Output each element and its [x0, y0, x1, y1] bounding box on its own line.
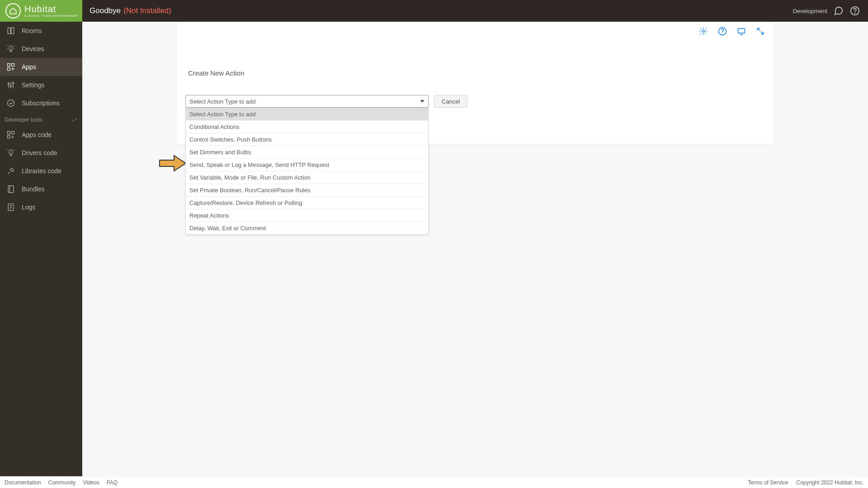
select-dropdown: Select Action Type to add Conditional Ac…: [185, 108, 429, 235]
svg-point-9: [10, 85, 11, 87]
drivers-code-icon: [6, 148, 15, 157]
check-circle-icon: [6, 99, 15, 108]
action-type-select[interactable]: Select Action Type to add Select Action …: [185, 95, 429, 108]
sidebar-item-rooms[interactable]: Rooms: [0, 22, 82, 40]
sidebar-item-label: Devices: [22, 45, 44, 52]
dev-tools-header[interactable]: Developer tools: [0, 112, 82, 126]
sidebar-item-label: Settings: [22, 81, 45, 89]
sidebar-item-label: Bundles: [22, 185, 45, 193]
chevron-down-icon: [420, 100, 425, 103]
svg-point-18: [703, 30, 705, 33]
svg-point-8: [8, 83, 9, 85]
select-option[interactable]: Set Private Boolean, Run/Cancel/Pause Ru…: [186, 184, 428, 197]
help-circle-icon[interactable]: [718, 27, 727, 37]
sidebar-item-label: Apps: [22, 63, 36, 71]
logs-icon: [6, 203, 15, 212]
help-icon[interactable]: [850, 6, 860, 16]
svg-point-15: [9, 150, 13, 154]
sidebar-item-label: Logs: [22, 204, 35, 211]
svg-point-1: [855, 13, 855, 14]
card: Create New Action Select Action Type to …: [177, 22, 774, 144]
svg-point-4: [9, 46, 13, 50]
sidebar-item-bundles[interactable]: Bundles: [0, 180, 82, 198]
cancel-button[interactable]: Cancel: [434, 95, 467, 108]
expand-icon[interactable]: [756, 27, 765, 37]
sidebar-item-libraries-code[interactable]: Libraries code: [0, 162, 82, 180]
rooms-icon: [6, 26, 15, 35]
sidebar-item-label: Rooms: [22, 27, 42, 34]
sidebar-item-settings[interactable]: Settings: [0, 76, 82, 94]
svg-rect-6: [12, 64, 14, 66]
svg-rect-21: [738, 28, 745, 33]
svg-rect-5: [8, 64, 10, 66]
bundles-icon: [6, 185, 15, 194]
page-title: Goodbye (Not Installed): [82, 6, 171, 15]
section-heading: Create New Action: [188, 69, 765, 77]
logo-text: Hubitat ELEVATE YOUR ENVIRONMENT: [24, 5, 79, 17]
sidebar-item-label: Subscriptions: [22, 99, 60, 107]
bulb-icon: [6, 44, 15, 53]
topbar-right: Development: [793, 6, 868, 16]
sliders-icon: [6, 81, 15, 90]
svg-rect-2: [8, 28, 10, 33]
footer-terms[interactable]: Terms of Service: [748, 479, 788, 486]
topbar: Hubitat ELEVATE YOUR ENVIRONMENT Goodbye…: [0, 0, 868, 22]
select-option[interactable]: Set Variable, Mode or File, Run Custom A…: [186, 171, 428, 184]
select-option[interactable]: Capture/Restore, Device Refresh or Polli…: [186, 197, 428, 209]
svg-rect-7: [8, 68, 10, 71]
svg-rect-13: [12, 132, 14, 134]
sidebar-item-apps-code[interactable]: Apps code: [0, 126, 82, 144]
svg-rect-12: [8, 132, 10, 134]
footer-link-documentation[interactable]: Documentation: [5, 479, 41, 486]
tools-icon: [6, 166, 15, 175]
footer: Documentation Community Videos FAQ Terms…: [0, 476, 868, 488]
install-status: (Not Installed): [123, 6, 171, 15]
sidebar-item-label: Libraries code: [22, 167, 61, 175]
svg-rect-14: [8, 136, 10, 138]
svg-rect-16: [8, 186, 14, 193]
page-title-text: Goodbye: [90, 6, 121, 15]
select-option[interactable]: Delay, Wait, Exit or Comment: [186, 222, 428, 234]
sidebar-item-subscriptions[interactable]: Subscriptions: [0, 94, 82, 112]
svg-rect-3: [11, 28, 14, 33]
screen-icon[interactable]: [737, 27, 746, 37]
select-option[interactable]: Select Action Type to add: [186, 108, 428, 121]
apps-icon: [6, 62, 15, 71]
select-option[interactable]: Control Switches, Push Buttons: [186, 133, 428, 146]
apps-code-icon: [6, 130, 15, 139]
sidebar-item-label: Drivers code: [22, 149, 57, 156]
logo-icon: [5, 3, 21, 19]
logo-word: Hubitat: [24, 5, 79, 14]
footer-link-videos[interactable]: Videos: [83, 479, 99, 486]
sidebar-item-drivers-code[interactable]: Drivers code: [0, 144, 82, 162]
logo[interactable]: Hubitat ELEVATE YOUR ENVIRONMENT: [0, 0, 82, 22]
gear-icon[interactable]: [699, 27, 708, 37]
main-content: Create New Action Select Action Type to …: [82, 22, 868, 476]
sidebar-item-apps[interactable]: Apps: [0, 58, 82, 76]
select-option[interactable]: Repeat Actions: [186, 209, 428, 222]
sidebar: Rooms Devices Apps Settings Subscription…: [0, 22, 82, 476]
select-option[interactable]: Conditional Actions: [186, 121, 428, 133]
chat-icon[interactable]: [834, 6, 844, 16]
env-label: Development: [793, 8, 827, 14]
sidebar-item-devices[interactable]: Devices: [0, 40, 82, 58]
collapse-icon: [71, 117, 78, 123]
svg-point-20: [722, 33, 723, 33]
select-option[interactable]: Send, Speak or Log a Message, Send HTTP …: [186, 159, 428, 171]
svg-point-11: [8, 100, 14, 107]
svg-point-10: [12, 82, 14, 84]
sidebar-item-logs[interactable]: Logs: [0, 198, 82, 216]
footer-copyright: Copyright 2022 Hubitat, Inc.: [796, 479, 863, 486]
footer-link-community[interactable]: Community: [48, 479, 76, 486]
arrow-annotation-icon: [159, 154, 187, 174]
dev-tools-label: Developer tools: [5, 117, 42, 123]
sidebar-item-label: Apps code: [22, 131, 52, 138]
logo-sub: ELEVATE YOUR ENVIRONMENT: [24, 14, 79, 17]
card-tools: [699, 27, 765, 37]
select-option[interactable]: Set Dimmers and Bulbs: [186, 146, 428, 159]
select-box[interactable]: Select Action Type to add: [185, 95, 429, 108]
footer-link-faq[interactable]: FAQ: [107, 479, 118, 486]
select-value: Select Action Type to add: [189, 98, 255, 105]
svg-marker-22: [160, 156, 186, 171]
